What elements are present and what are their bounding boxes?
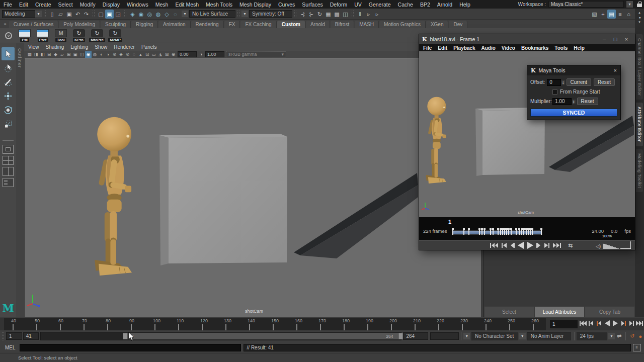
exposure-field[interactable]: 0.00 [178,51,197,57]
step-back-frame-button[interactable] [595,319,603,328]
tab-modeling-toolkit[interactable]: Modeling Toolkit [636,149,643,192]
menu-item[interactable]: Arnold [434,2,456,8]
menu-item[interactable]: Modify [76,2,99,8]
go-to-start-button[interactable] [579,319,587,328]
depth-peeling-icon[interactable]: ⊠ [164,51,170,58]
maximize-button[interactable]: □ [610,36,621,42]
gamma-field[interactable]: 1.00 [205,51,224,57]
tool-settings-panel-icon[interactable]: ⌂ [624,10,633,19]
shelf-item-pm[interactable]: PM [16,29,33,42]
menu-item[interactable]: BP2 [417,2,434,8]
screen-space-ao-icon[interactable]: ⊡ [144,51,150,58]
next-key-button[interactable] [627,319,635,328]
menu-item[interactable]: Mesh Display [236,2,275,8]
outliner-collapsed-strip[interactable]: Outliner [16,43,24,317]
shelf-item-pref[interactable]: Pref [34,29,51,42]
attribute-editor-panel-icon[interactable]: ≡ [616,10,624,19]
play-forward-button[interactable] [527,241,534,249]
gamma-icon[interactable]: ◑ [198,52,204,57]
range-slider-track[interactable]: 41 264 [40,332,401,340]
animation-end-field[interactable] [430,332,459,340]
copy-tab-button[interactable]: Copy Tab [585,307,634,317]
go-to-end-button[interactable] [635,319,643,328]
animation-start-field[interactable]: 1 [6,332,22,340]
auto-keyframe-icon[interactable]: ● [638,333,642,339]
step-marker-icon[interactable]: ▹ [364,10,373,19]
select-button[interactable]: Select [485,307,534,317]
shelf-tab[interactable]: Dev [449,21,467,28]
next-bookmark-button[interactable] [544,242,550,248]
render-settings-icon[interactable]: ◫ [341,10,350,19]
two-d-pan-icon[interactable]: ◆ [52,51,59,58]
playback-speed-select[interactable]: 24 fps [577,332,607,340]
layout-outliner-persp-button[interactable] [3,178,14,187]
viewport-menu-item[interactable]: Lighting [70,44,93,50]
from-range-start-checkbox[interactable] [552,89,557,95]
skip-to-end-button[interactable] [552,242,561,248]
safe-action-icon[interactable]: ◐ [98,51,105,58]
play-forwards-button[interactable] [611,319,619,328]
shelf-tab[interactable]: Poly Modeling [59,21,100,28]
viewport-canvas[interactable]: shotCam [24,58,481,317]
live-surface-field[interactable]: No Live Surface [189,10,235,18]
camera-lock-icon[interactable]: ◨ [33,51,39,58]
menu-item[interactable]: Edit [16,2,32,8]
symmetry-caret-icon[interactable]: ▾ [242,11,248,17]
range-end-handle[interactable] [398,333,403,339]
multisample-icon[interactable]: ◮ [157,51,164,58]
shelf-tab[interactable]: XGen [426,21,449,28]
menu-set-select[interactable]: Modeling [2,10,35,18]
load-attributes-button[interactable]: Load Attributes [535,307,584,317]
skip-to-start-button[interactable] [490,242,499,248]
command-input[interactable] [20,344,241,351]
player-menu-item[interactable]: Video [500,45,519,51]
menu-item[interactable]: File [0,2,16,8]
save-scene-icon[interactable]: ▣ [65,10,73,19]
image-plane-icon[interactable]: ⊟ [46,51,52,58]
redo-icon[interactable]: ↷ [82,10,91,19]
menu-item[interactable]: Create [32,2,55,8]
player-menu-item[interactable]: Audio [479,45,500,51]
tab-attribute-editor[interactable]: Attribute Editor [636,103,643,146]
shelf-tab[interactable]: Bifrost [331,21,354,28]
menu-item[interactable]: Select [55,2,76,8]
shelf-tab[interactable]: Custom [277,21,305,28]
workspace-lock-icon[interactable] [637,2,642,7]
range-slider-bar[interactable] [123,333,403,339]
layout-single-pane-button[interactable] [3,145,14,154]
script-editor-icon[interactable]: ≡ [633,344,641,351]
loop-toggle-icon[interactable]: ⇆ [568,242,573,249]
symmetry-field[interactable]: Symmetry: Off [249,10,292,18]
playback-speed-caret-icon[interactable]: ▾ [608,333,615,339]
layout-four-pane-button[interactable] [3,156,14,165]
menu-item[interactable]: Surfaces [298,2,326,8]
menu-item[interactable]: Help [456,2,474,8]
previous-bookmark-button[interactable] [501,242,507,248]
player-menu-item[interactable]: Edit [436,45,451,51]
menu-set-caret-icon[interactable]: ▾ [35,11,42,17]
shelf-tab[interactable]: MASH [355,21,379,28]
snap-curve-icon[interactable]: ◉ [137,10,145,19]
anim-layer-select[interactable]: No Anim Layer [527,332,571,340]
menu-item[interactable]: Curves [275,2,298,8]
playback-end-field[interactable]: 264 [403,332,428,340]
step-back-button[interactable] [510,242,515,248]
snap-projected-center-icon[interactable]: ◍ [154,10,163,19]
shelf-item-kpro[interactable]: ↻ KPro [70,29,88,42]
shelf-menu-icon[interactable]: ≡ [0,22,9,28]
shelf-tab[interactable]: FX Caching [240,21,276,28]
grid-toggle-icon[interactable]: ⊞ [65,51,72,58]
menu-item[interactable]: UV [351,2,365,8]
close-button[interactable]: × [621,36,632,42]
film-gate-icon[interactable]: ▣ [72,51,78,58]
lighting-icon[interactable]: ◌ [131,51,137,58]
shelf-tab[interactable]: Curves / Surfaces [9,21,58,28]
shelf-tab[interactable]: Arnold [306,21,330,28]
current-frame-field[interactable]: 1 [550,320,578,328]
shadows-icon[interactable]: ▴ [137,51,144,58]
viewport-menu-item[interactable]: View [28,44,44,50]
character-set-select[interactable]: No Character Set [471,332,518,340]
animation-snapshot-icon[interactable]: ↺ [630,333,634,339]
player-menu-item[interactable]: File [421,45,436,51]
minimize-button[interactable]: – [599,36,610,42]
